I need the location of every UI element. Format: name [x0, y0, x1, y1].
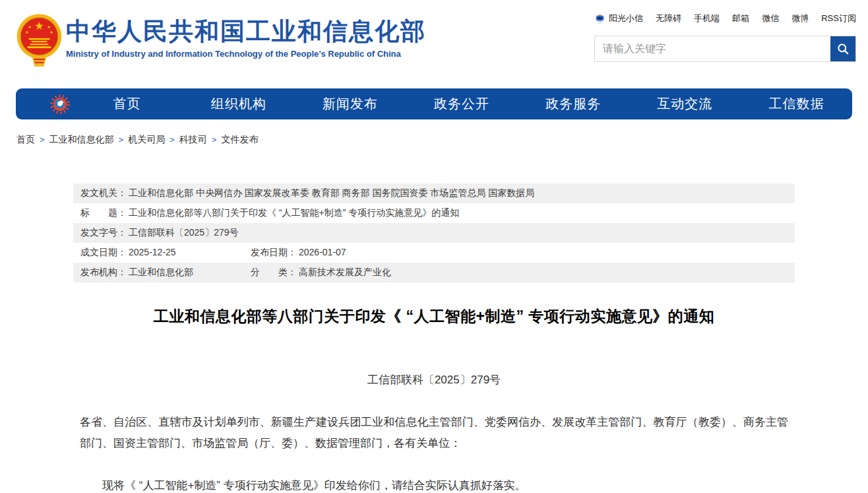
doc-number-value: 工信部联科〔2025〕279号 [129, 227, 239, 239]
search-icon [836, 42, 850, 55]
article-body: 各省、自治区、直辖市及计划单列市、新疆生产建设兵团工业和信息化主管部门、党委网信… [73, 412, 795, 493]
svg-text:★: ★ [28, 24, 32, 29]
site-subtitle-en: Ministry of Industry and Information Tec… [66, 49, 426, 59]
svg-text:★: ★ [34, 20, 44, 32]
assistant-robot-icon [594, 13, 605, 24]
site-titles: 中华人民共和国工业和信息化部 Ministry of Industry and … [66, 17, 426, 59]
breadcrumb-miit[interactable]: 工业和信息化部 [49, 134, 114, 145]
publisher-value: 工业和信息化部 [129, 267, 193, 279]
breadcrumb-separator: > [119, 135, 124, 145]
breadcrumb-separator: > [40, 135, 45, 145]
doc-number-label: 发文字号： [80, 227, 127, 239]
breadcrumb-separator: > [170, 135, 175, 145]
meta-row-dates: 成文日期： 2025-12-25 发布日期： 2026-01-07 [73, 243, 795, 263]
article-paragraph-notice: 现将《 “人工智能+制造” 专项行动实施意见》印发给你们，请结合实际认真抓好落实… [80, 475, 788, 493]
svg-text:★: ★ [49, 30, 53, 34]
category-value: 高新技术发展及产业化 [299, 267, 391, 279]
quick-link-mail[interactable]: 邮箱 [732, 13, 749, 24]
search-input[interactable] [595, 36, 830, 61]
breadcrumb-separator: > [212, 135, 217, 145]
site-title: 中华人民共和国工业和信息化部 [66, 17, 426, 46]
nav-item-gov-disclosure[interactable]: 政务公开 [406, 88, 517, 119]
header-right: 阳光小信 无障碍 手机端 邮箱 微信 微博 RSS订阅 [594, 11, 856, 62]
svg-text:★: ★ [25, 30, 29, 34]
breadcrumb: 首页>工业和信息化部>机关司局>科技司>文件发布 [16, 134, 868, 146]
publish-date-value: 2026-01-07 [299, 247, 346, 259]
publish-date-label: 发布日期： [251, 247, 297, 259]
meta-row-publisher-category: 发布机构： 工业和信息化部 分 类： 高新技术发展及产业化 [73, 263, 795, 282]
nav-item-interaction[interactable]: 互动交流 [629, 88, 741, 119]
document-meta-table: 发文机关： 工业和信息化部 中央网信办 国家发展改革委 教育部 商务部 国务院国… [73, 183, 795, 282]
article-paragraph-recipients: 各省、自治区、直辖市及计划单列市、新疆生产建设兵团工业和信息化主管部门、党委网信… [80, 412, 788, 454]
category-label: 分 类： [251, 267, 297, 279]
issuing-agency-label: 发文机关： [80, 187, 127, 199]
nav-item-organization[interactable]: 组织机构 [183, 88, 294, 119]
written-date-label: 成文日期： [80, 247, 127, 259]
miit-gear-logo-icon [49, 93, 71, 115]
doc-title-value: 工业和信息化部等八部门关于印发《 “人工智能+制造” 专项行动实施意见》的通知 [129, 207, 459, 219]
meta-row-title: 标 题： 工业和信息化部等八部门关于印发《 “人工智能+制造” 专项行动实施意见… [73, 203, 795, 223]
doc-title-label: 标 题： [80, 207, 127, 219]
issuing-agency-value: 工业和信息化部 中央网信办 国家发展改革委 教育部 商务部 国务院国资委 市场监… [129, 187, 534, 199]
written-date-value: 2025-12-25 [129, 247, 176, 259]
quick-link-assistant[interactable]: 阳光小信 [609, 13, 643, 24]
meta-row-doc-number: 发文字号： 工信部联科〔2025〕279号 [73, 223, 795, 243]
quick-link-mobile[interactable]: 手机端 [694, 13, 720, 24]
quick-link-weibo[interactable]: 微博 [791, 13, 809, 24]
nav-item-news[interactable]: 新闻发布 [294, 88, 406, 119]
article-title: 工业和信息化部等八部门关于印发《 “人工智能+制造” 专项行动实施意见》的通知 [73, 306, 795, 327]
breadcrumb-home[interactable]: 首页 [16, 134, 35, 145]
national-emblem-logo: ★ ★ ★ ★ ★ [16, 13, 62, 69]
quick-link-rss[interactable]: RSS订阅 [821, 13, 856, 24]
breadcrumb-departments[interactable]: 机关司局 [128, 134, 165, 145]
article-doc-number: 工信部联科〔2025〕279号 [73, 372, 795, 387]
search-box [594, 36, 856, 62]
quick-link-wechat[interactable]: 微信 [762, 13, 779, 24]
quick-link-accessibility[interactable]: 无障碍 [656, 13, 681, 24]
search-button[interactable] [830, 36, 855, 61]
site-header: ★ ★ ★ ★ ★ 中华人民共和国工业和信息化部 Ministry of Ind… [0, 0, 868, 84]
nav-item-gov-services[interactable]: 政务服务 [518, 88, 629, 119]
nav-item-miit-data[interactable]: 工信数据 [741, 88, 852, 119]
main-nav: 首页 组织机构 新闻发布 政务公开 政务服务 互动交流 工信数据 [16, 88, 852, 119]
breadcrumb-document-release[interactable]: 文件发布 [221, 134, 258, 145]
document-content: 发文机关： 工业和信息化部 中央网信办 国家发展改革委 教育部 商务部 国务院国… [73, 183, 795, 493]
nav-item-home[interactable]: 首页 [71, 88, 183, 119]
svg-text:★: ★ [47, 24, 51, 29]
publisher-label: 发布机构： [80, 267, 127, 279]
quick-links: 阳光小信 无障碍 手机端 邮箱 微信 微博 RSS订阅 [594, 11, 856, 26]
nav-items: 首页 组织机构 新闻发布 政务公开 政务服务 互动交流 工信数据 [71, 88, 852, 119]
meta-row-issuing-agency: 发文机关： 工业和信息化部 中央网信办 国家发展改革委 教育部 商务部 国务院国… [73, 183, 795, 203]
breadcrumb-science-tech-dept[interactable]: 科技司 [179, 134, 207, 145]
